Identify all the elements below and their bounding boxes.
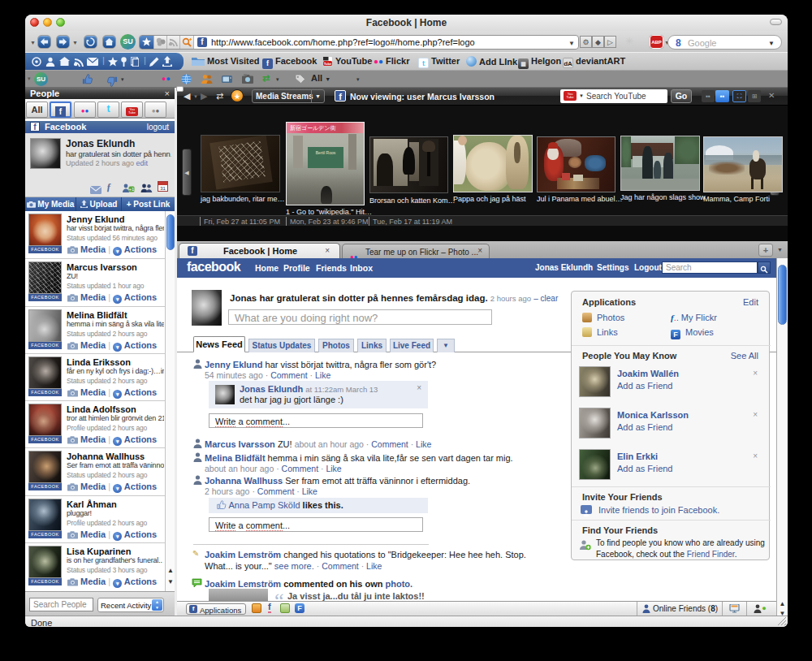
svg-text:+1: +1: [129, 187, 135, 192]
svg-text:Tube: Tube: [324, 62, 332, 66]
